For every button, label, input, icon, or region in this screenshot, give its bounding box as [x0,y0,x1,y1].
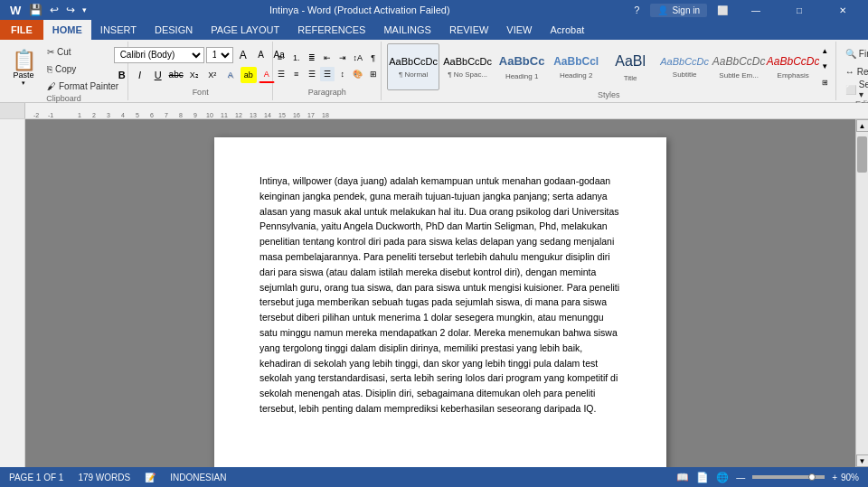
superscript-button[interactable]: X² [204,67,221,83]
scroll-down-button[interactable]: ▼ [856,454,869,467]
subscript-button[interactable]: X₂ [186,67,203,83]
cut-button[interactable]: ✂ Cut [43,43,122,60]
tab-home[interactable]: HOME [43,20,91,40]
tab-design[interactable]: DESIGN [146,20,202,40]
tab-insert[interactable]: INSERT [91,20,146,40]
ruler-mark: -2 [29,112,43,118]
ribbon-tabs: FILE HOME INSERT DESIGN PAGE LAYOUT REFE… [0,20,868,40]
format-painter-icon: 🖌 [47,81,56,91]
zoom-in-button[interactable]: + [832,473,837,482]
italic-button[interactable]: I [132,67,148,83]
show-hide-button[interactable]: ¶ [366,51,381,65]
underline-button[interactable]: U [150,67,166,83]
style-no-spacing[interactable]: AaBbCcDc ¶ No Spac... [441,43,494,90]
sign-in-button[interactable]: 👤 Sign in [650,4,707,17]
minimize-button[interactable]: — [738,0,774,20]
styles-content: AaBbCcDc ¶ Normal AaBbCcDc ¶ No Spac... … [387,43,830,90]
tab-references[interactable]: REFERENCES [288,20,374,40]
cut-icon: ✂ [47,47,54,57]
style-subtle-em[interactable]: AaBbCcDc Subtle Em... [712,43,765,90]
tab-acrobat[interactable]: Acrobat [541,20,593,40]
close-button[interactable]: ✕ [825,0,861,20]
increase-indent-button[interactable]: ⇥ [335,51,350,65]
line-spacing-button[interactable]: ↕ [335,67,350,81]
bold-button[interactable]: B [114,67,130,83]
style-normal[interactable]: AaBbCcDc ¶ Normal [387,43,439,90]
style-emphasis-label: Emphasis [778,71,809,80]
replace-button[interactable]: ↔ Replace [842,63,868,80]
document-area[interactable]: Intinya, willpower (daya juang) adalah k… [25,119,855,467]
paste-dropdown-icon: ▾ [22,80,25,87]
align-center-button[interactable]: ≡ [289,67,304,81]
shading-button[interactable]: 🎨 [351,67,365,81]
style-heading1[interactable]: AaBbCc Heading 1 [495,43,548,90]
tab-view[interactable]: VIEW [497,20,541,40]
ruler-mark: 16 [289,112,304,118]
tab-page-layout[interactable]: PAGE LAYOUT [202,20,288,40]
print-layout-icon[interactable]: 📄 [696,472,709,483]
document-page[interactable]: Intinya, willpower (daya juang) adalah k… [214,137,666,467]
ribbon-display-icon[interactable]: ⬜ [714,5,731,15]
find-button[interactable]: 🔍 Find ▾ [842,45,868,61]
scroll-track[interactable] [856,132,868,454]
ruler-mark: 17 [304,112,318,118]
ruler-mark: 6 [145,112,159,118]
web-layout-icon[interactable]: 🌐 [716,472,729,483]
align-right-button[interactable]: ☰ [305,67,319,81]
style-title[interactable]: AaBl Title [604,43,656,90]
quick-access-more-icon[interactable]: ▾ [80,5,89,14]
copy-button[interactable]: ⎘ Copy [43,61,122,77]
bullets-button[interactable]: ≡· [274,51,288,65]
text-highlight-button[interactable]: ab [241,67,257,83]
tab-file[interactable]: FILE [0,20,43,40]
format-painter-button[interactable]: 🖌 Format Painter [43,78,122,94]
tab-review[interactable]: REVIEW [440,20,497,40]
scroll-thumb[interactable] [857,136,867,173]
editing-content: 🔍 Find ▾ ↔ Replace ⬜ Select ▾ [840,43,868,99]
font-grow-button[interactable]: A [235,47,251,63]
ruler-mark: 12 [231,112,246,118]
font-size-select[interactable]: 11 [206,47,233,63]
select-button[interactable]: ⬜ Select ▾ [842,81,868,98]
decrease-indent-button[interactable]: ⇤ [320,51,335,65]
quick-undo-icon[interactable]: ↩ [48,4,61,16]
styles-label: Styles [598,90,620,101]
style-heading2[interactable]: AaBbCcl Heading 2 [550,43,602,90]
zoom-out-button[interactable]: — [736,473,745,482]
sort-button[interactable]: ↕A [351,51,365,65]
borders-button[interactable]: ⊞ [366,67,381,81]
title-bar-left: W 💾 ↩ ↪ ▾ [7,4,89,17]
numbering-button[interactable]: 1. [289,51,304,65]
read-mode-icon[interactable]: 📖 [676,472,689,483]
paste-button[interactable]: 📋 Paste ▾ [5,45,42,92]
style-subtitle[interactable]: AaBbCcDc Subtitle [658,43,711,90]
quick-redo-icon[interactable]: ↪ [64,4,77,16]
scroll-up-button[interactable]: ▲ [856,119,869,132]
tab-mailings[interactable]: MAILINGS [374,20,440,40]
select-icon: ⬜ [845,85,856,95]
title-bar-controls: ? 👤 Sign in ⬜ — □ ✕ [630,0,861,20]
justify-button[interactable]: ☰ [320,67,335,81]
font-face-select[interactable]: Calibri (Body) [114,47,204,63]
title-bar: W 💾 ↩ ↪ ▾ Intinya - Word (Product Activa… [0,0,868,20]
multilevel-list-button[interactable]: ≣ [305,51,319,65]
clipboard-small-buttons: ✂ Cut ⎘ Copy 🖌 Format Painter [43,43,122,94]
font-shrink-button[interactable]: A [253,47,269,63]
text-effects-button[interactable]: A [222,67,239,83]
styles-scroll[interactable]: ▲ ▼ ⊞ [819,43,830,90]
zoom-slider[interactable] [752,475,825,479]
maximize-button[interactable]: □ [781,0,817,20]
font-face-row: Calibri (Body) 11 A A Aa [114,47,288,63]
style-emphasis[interactable]: AaBbCcDc Emphasis [767,43,819,90]
document-text[interactable]: Intinya, willpower (daya juang) adalah k… [259,173,621,417]
help-icon[interactable]: ? [630,5,643,15]
paragraph-row1: ≡· 1. ≣ ⇤ ⇥ ↕A ¶ [274,51,381,65]
language-indicator: INDONESIAN [170,473,226,482]
font-label: Font [193,88,209,98]
word-logo-icon: W [7,4,24,17]
align-left-button[interactable]: ☰ [274,67,288,81]
quick-save-icon[interactable]: 💾 [27,4,44,16]
scrollbar-right[interactable]: ▲ ▼ [855,119,868,467]
strikethrough-button[interactable]: abc [168,67,184,83]
find-icon: 🔍 [845,49,856,59]
